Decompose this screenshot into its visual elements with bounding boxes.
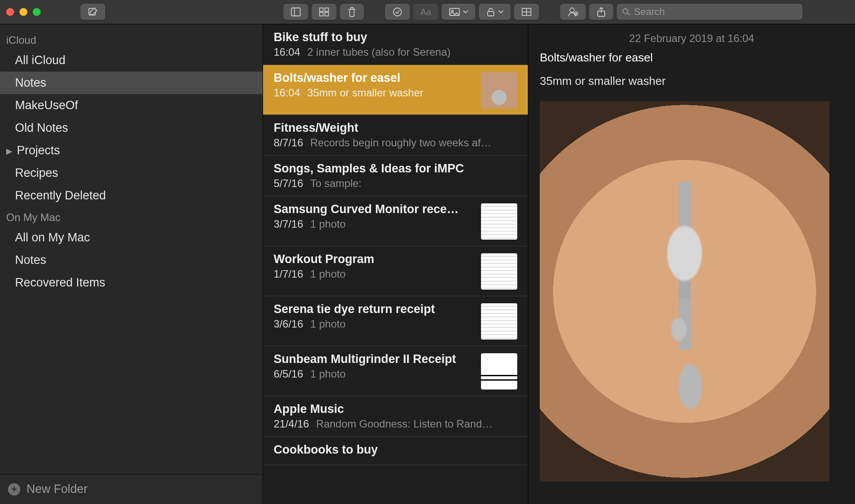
svg-rect-4 [325,8,328,11]
note-row-snippet: 1 photo [310,268,346,280]
sidebar-item-label: Notes [15,76,46,90]
notes-list: Bike stuff to buy16:042 inner tubes (als… [263,24,528,504]
note-row-title: Serena tie dye return receipt [274,302,473,316]
search-input[interactable] [634,6,797,18]
note-row-thumbnail [481,203,517,240]
sidebar-item[interactable]: ▶Projects [0,139,263,162]
note-timestamp: 22 February 2019 at 16:04 [540,32,844,45]
note-row-title: Cookbooks to buy [274,443,517,457]
close-button[interactable] [6,8,14,16]
search-field[interactable] [617,4,802,20]
sidebar-item[interactable]: Recently Deleted [0,184,263,207]
note-body: 35mm or smaller washer [540,74,844,88]
sidebar-item[interactable]: Recipes [0,162,263,184]
media-button[interactable] [442,4,475,20]
note-row-snippet: 1 photo [310,318,346,330]
sidebar-item[interactable]: Old Notes [0,117,263,139]
editor[interactable]: 22 February 2019 at 16:04 Bolts/washer f… [528,24,855,504]
format-button[interactable]: Aa [413,4,438,20]
compose-button[interactable] [80,4,105,20]
window-controls [6,8,41,16]
note-row-date: 1/7/16 [274,268,303,280]
note-row-snippet: 1 photo [310,368,346,380]
checklist-button[interactable] [385,4,410,20]
note-row-thumbnail [481,303,517,340]
note-title: Bolts/washer for easel [540,51,844,65]
note-row-title: Bike stuff to buy [274,31,517,44]
sidebar-item[interactable]: Recovered Items [0,271,263,294]
sidebar-item-label: All on My Mac [15,231,90,244]
note-row[interactable]: Samsung Curved Monitor rece…3/7/161 phot… [263,196,528,246]
note-row-title: Samsung Curved Monitor rece… [274,202,473,216]
sidebar-item-label: Notes [15,253,46,267]
note-row[interactable]: Sunbeam Multigrinder II Receipt6/5/161 p… [263,346,528,396]
note-attachment-photo[interactable] [540,101,829,481]
svg-point-14 [570,8,574,12]
sidebar-item-label: Recipes [15,166,58,180]
note-row-title: Sunbeam Multigrinder II Receipt [274,352,473,366]
new-folder-label: New Folder [27,482,88,496]
list-view-button[interactable] [283,4,308,20]
note-row-title: Songs, Samples & Ideas for iMPC [274,162,517,176]
svg-line-20 [628,13,630,15]
new-folder-button[interactable]: + New Folder [0,474,263,504]
collaborate-button[interactable] [560,4,586,20]
note-row-date: 3/6/16 [274,318,303,330]
delete-button[interactable] [340,4,364,20]
minimize-button[interactable] [19,8,27,16]
svg-rect-1 [291,8,300,16]
share-button[interactable] [589,4,613,20]
note-row-date: 21/4/16 [274,418,309,430]
note-row-snippet: Random Goodness: Listen to Rand… [316,418,492,430]
disclosure-triangle-icon[interactable]: ▶ [6,146,12,156]
note-row-thumbnail [481,72,517,108]
sidebar-item[interactable]: Notes [0,249,263,271]
toolbar: Aa [0,0,855,24]
sidebar-item[interactable]: Notes [0,72,263,94]
note-row[interactable]: Workout Program1/7/161 photo [263,246,528,296]
note-row[interactable]: Cookbooks to buy [263,437,528,465]
note-row-date: 6/5/16 [274,368,303,380]
gallery-view-button[interactable] [312,4,336,20]
note-row-date: 16:04 [274,46,300,58]
note-row-snippet: 35mm or smaller washer [307,87,424,99]
note-row-snippet: To sample: [310,177,362,190]
sidebar-item-label: Projects [17,144,60,157]
svg-point-7 [393,8,401,16]
note-row[interactable]: Songs, Samples & Ideas for iMPC5/7/16To … [263,156,528,196]
search-icon [622,8,630,16]
sidebar-section-header: iCloud [0,30,263,49]
note-row-snippet: 2 inner tubes (also for Serena) [307,46,450,58]
note-row[interactable]: Bolts/washer for easel16:0435mm or small… [263,65,528,115]
note-row-snippet: 1 photo [310,218,346,230]
note-row-title: Apple Music [274,402,517,416]
note-row[interactable]: Bike stuff to buy16:042 inner tubes (als… [263,24,528,65]
note-row-title: Bolts/washer for easel [274,71,473,85]
sidebar-item[interactable]: All iCloud [0,49,263,72]
note-row-date: 16:04 [274,87,300,99]
note-row-snippet: Records begin roughly two weeks af… [310,137,492,149]
svg-rect-10 [488,11,494,16]
maximize-button[interactable] [33,8,41,16]
note-row-title: Fitness/Weight [274,121,517,135]
sidebar-item[interactable]: All on My Mac [0,226,263,249]
svg-rect-5 [320,12,323,16]
sidebar-item-label: All iCloud [15,53,65,67]
lock-button[interactable] [479,4,511,20]
plus-icon: + [8,483,20,496]
note-row-thumbnail [481,353,517,389]
svg-point-19 [623,9,628,14]
sidebar-item-label: Recently Deleted [15,189,106,202]
sidebar-item[interactable]: MakeUseOf [0,94,263,117]
table-button[interactable] [514,4,539,20]
note-row[interactable]: Apple Music21/4/16Random Goodness: Liste… [263,396,528,437]
sidebar-item-label: Old Notes [15,121,68,135]
note-row[interactable]: Serena tie dye return receipt3/6/161 pho… [263,296,528,346]
svg-rect-3 [320,8,323,11]
sidebar: iCloudAll iCloudNotesMakeUseOfOld Notes▶… [0,24,263,504]
note-row-date: 8/7/16 [274,137,303,149]
note-row[interactable]: Fitness/Weight8/7/16Records begin roughl… [263,115,528,156]
sidebar-item-label: Recovered Items [15,276,105,290]
note-row-date: 5/7/16 [274,177,303,190]
note-row-thumbnail [481,253,517,290]
